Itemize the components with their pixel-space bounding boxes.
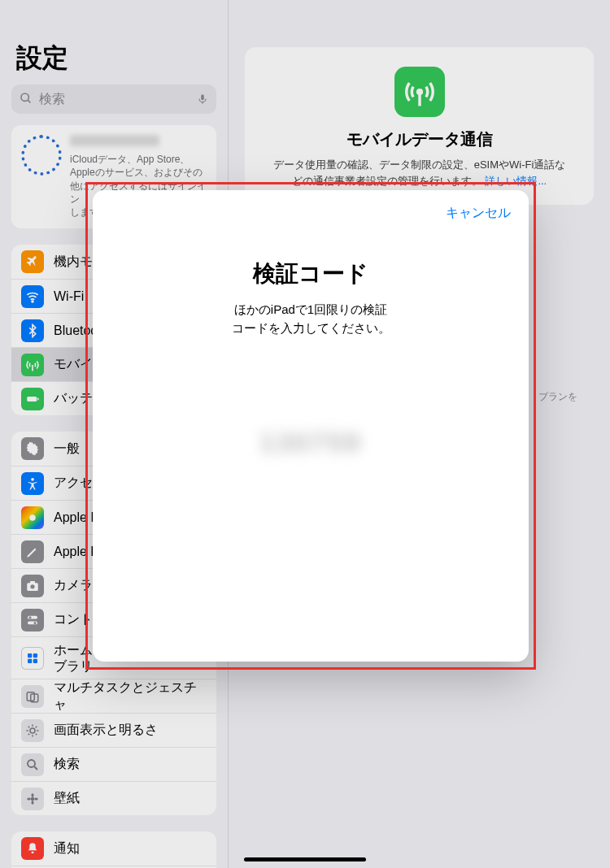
cancel-button[interactable]: キャンセル <box>446 205 511 222</box>
modal-title: 検証コード <box>111 258 511 289</box>
modal-subtitle: ほかのiPadで1回限りの検証 コードを入力してください。 <box>111 301 511 337</box>
verification-code-modal: キャンセル 検証コード ほかのiPadで1回限りの検証 コードを入力してください… <box>93 190 529 662</box>
verification-code-value: 130759 <box>111 427 511 458</box>
home-indicator[interactable] <box>244 857 366 861</box>
